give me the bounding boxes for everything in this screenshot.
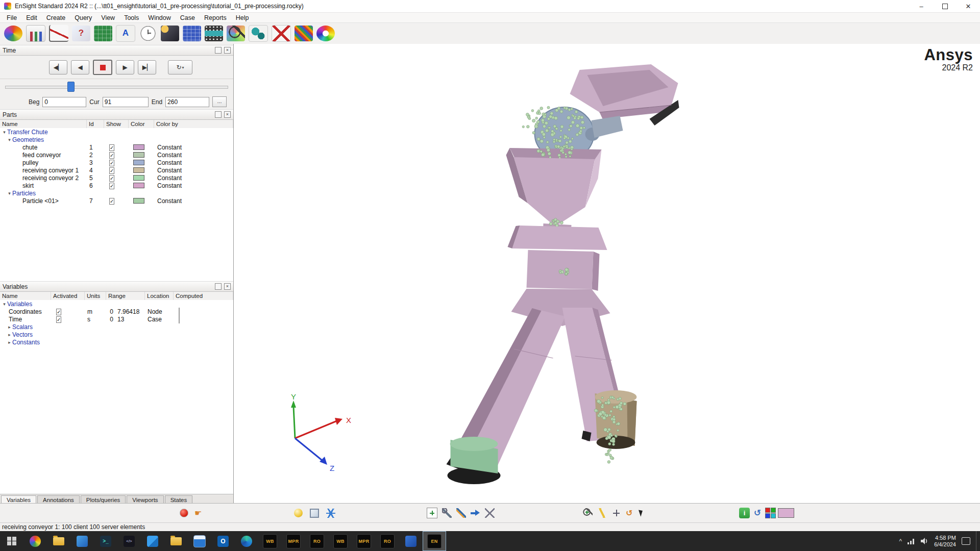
variable-group-label[interactable]: Constants	[12, 339, 40, 346]
stop-button[interactable]	[93, 60, 112, 75]
menu-edit[interactable]: Edit	[21, 14, 42, 21]
tab-viewports[interactable]: Viewports	[127, 495, 163, 504]
jump-end-button[interactable]: ▶▏	[138, 60, 156, 74]
sphere-render-icon[interactable]	[294, 509, 303, 517]
table-row[interactable]: ▸Scalars	[0, 323, 233, 331]
taskbar-app-ro-1[interactable]: RO	[305, 531, 329, 551]
taskbar-app-multicolor[interactable]	[23, 531, 47, 551]
part-group-label[interactable]: Particles	[12, 190, 36, 197]
colorby-value[interactable]: Constant	[154, 182, 233, 189]
vector-arrow-icon[interactable]	[295, 26, 313, 41]
taskbar-app-photos[interactable]	[70, 531, 94, 551]
reset-orientation-icon[interactable]: ↺	[626, 508, 632, 518]
particle-render-icon[interactable]	[326, 509, 335, 518]
time-slider[interactable]	[5, 82, 228, 92]
variable-group-label[interactable]: Variables	[7, 300, 32, 308]
palette-swatches[interactable]	[765, 508, 794, 518]
time-icon[interactable]	[139, 26, 157, 41]
cursor-select-icon[interactable]	[637, 508, 647, 518]
part-label[interactable]: Particle <01>	[22, 197, 59, 205]
table-row[interactable]: receiving conveyor 1 4 Constant	[0, 166, 233, 174]
variable-group-label[interactable]: Scalars	[12, 323, 33, 331]
taskbar-app-blue[interactable]	[399, 531, 423, 551]
colorby-value[interactable]: Constant	[154, 167, 233, 174]
collapse-arrow-icon[interactable]: ▸	[7, 324, 12, 330]
chart-icon[interactable]	[26, 25, 45, 42]
part-group-label[interactable]: Transfer Chute	[7, 129, 48, 136]
colorby-value[interactable]: Constant	[154, 144, 233, 151]
color-swatch[interactable]	[133, 152, 144, 158]
taskbar-app-code-dark[interactable]: </>	[117, 531, 141, 551]
tab-variables[interactable]: Variables	[1, 495, 36, 504]
color-swatch[interactable]	[133, 167, 144, 173]
expand-arrow-icon[interactable]: ▾	[2, 130, 7, 135]
time-slider-handle[interactable]	[67, 82, 75, 92]
minimize-button[interactable]: –	[910, 0, 933, 12]
taskbar-app-wb-1[interactable]: WB	[258, 531, 282, 551]
time-more-button[interactable]: ...	[212, 96, 227, 107]
menu-file[interactable]: File	[2, 14, 21, 21]
expand-arrow-icon[interactable]: ▾	[7, 191, 12, 196]
menu-query[interactable]: Query	[70, 14, 96, 21]
close-panel-icon[interactable]: ×	[224, 47, 231, 54]
isosurface-icon[interactable]	[249, 25, 268, 42]
viewport-layout-icon[interactable]	[183, 26, 201, 41]
pick-pointer-icon[interactable]: ☛	[194, 508, 202, 518]
part-label[interactable]: skirt	[22, 182, 34, 189]
table-row[interactable]: ▸Constants	[0, 338, 233, 346]
start-button[interactable]	[0, 531, 23, 551]
tab-states[interactable]: States	[165, 495, 193, 504]
computed-checkbox[interactable]	[179, 308, 180, 316]
record-button[interactable]	[180, 509, 188, 517]
color-swatch[interactable]	[133, 183, 144, 188]
tab-plots-queries[interactable]: Plots/queries	[81, 495, 126, 504]
table-row[interactable]: ▾Particles	[0, 189, 233, 197]
palette-current-swatch[interactable]	[778, 508, 794, 518]
palette-cyan-swatch[interactable]	[771, 513, 776, 518]
close-button[interactable]: ✕	[957, 0, 980, 12]
menu-create[interactable]: Create	[42, 14, 70, 21]
collapse-arrow-icon[interactable]: ▸	[7, 340, 12, 345]
color-swatch[interactable]	[133, 144, 144, 150]
tray-expand-icon[interactable]: ^	[899, 538, 902, 545]
part-label[interactable]: receiving conveyor 2	[22, 174, 79, 182]
menu-window[interactable]: Window	[143, 14, 175, 21]
part-label[interactable]: feed conveyor	[22, 152, 61, 159]
activated-checkbox[interactable]	[56, 309, 61, 315]
menu-view[interactable]: View	[96, 14, 119, 21]
show-checkbox[interactable]	[109, 183, 114, 189]
show-checkbox[interactable]	[109, 160, 114, 166]
undo-icon[interactable]: ↺	[754, 508, 761, 518]
color-swatch[interactable]	[133, 160, 144, 165]
add-annotation-icon[interactable]	[427, 508, 437, 518]
taskbar-app-edge[interactable]	[235, 531, 258, 551]
table-row[interactable]: ▾Transfer Chute	[0, 128, 233, 136]
lightning-icon[interactable]	[597, 508, 607, 518]
taskbar-app-ensight-active[interactable]: EN	[423, 531, 446, 551]
table-row[interactable]: feed conveyor 2 Constant	[0, 151, 233, 159]
table-row[interactable]: ▾Geometries	[0, 136, 233, 143]
zoom-in-icon[interactable]	[583, 508, 593, 518]
taskbar-clock[interactable]: 4:58 PM 6/4/2024	[934, 535, 956, 548]
part-label[interactable]: chute	[22, 144, 37, 151]
jump-begin-button[interactable]: ◀▏	[49, 60, 67, 74]
taskbar-app-ro-2[interactable]: RO	[376, 531, 399, 551]
query-icon[interactable]: ?	[72, 26, 90, 41]
color-swatch[interactable]	[133, 198, 144, 204]
part-label[interactable]: pulley	[22, 159, 38, 166]
annotation-icon[interactable]: A	[116, 25, 135, 42]
computed-checkbox[interactable]	[179, 315, 180, 323]
variable-label[interactable]: Coordinates	[9, 308, 42, 315]
pan-arrows-icon[interactable]	[611, 508, 621, 518]
network-icon[interactable]	[908, 538, 915, 544]
play-button[interactable]: ▶	[116, 60, 134, 74]
taskbar-app-wb-2[interactable]: WB	[329, 531, 352, 551]
colorby-value[interactable]: Constant	[154, 152, 233, 159]
pencil-edit-icon[interactable]	[456, 508, 466, 518]
expand-arrow-icon[interactable]: ▾	[2, 302, 7, 307]
cur-input[interactable]	[103, 97, 149, 107]
wrench-tools-icon[interactable]	[442, 508, 452, 518]
close-panel-icon[interactable]: ×	[224, 283, 231, 290]
float-panel-icon[interactable]	[215, 111, 222, 118]
activated-checkbox[interactable]	[56, 316, 61, 323]
